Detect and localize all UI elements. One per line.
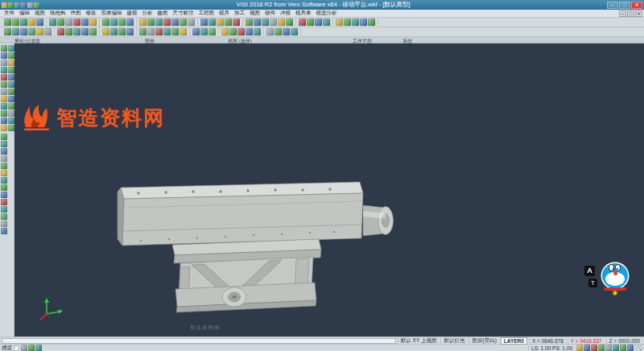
sidebar-tool-icon[interactable] (1, 192, 7, 198)
status-layer-filter-button[interactable]: 图层(空白) (469, 337, 498, 345)
sidebar-tool-icon[interactable] (1, 52, 7, 59)
toolbar-icon[interactable] (139, 19, 147, 26)
toolbar-icon[interactable] (139, 28, 147, 35)
toolbar-icon[interactable] (171, 28, 179, 35)
toolbar-icon[interactable] (336, 19, 343, 26)
toolbar-icon[interactable] (163, 28, 171, 35)
status-icon[interactable] (584, 345, 590, 351)
toolbar-icon[interactable] (217, 19, 224, 26)
toolbar-icon[interactable] (118, 19, 126, 26)
sidebar-tool-icon[interactable] (1, 45, 7, 52)
3d-viewport[interactable]: 智造资料网 智造资料网 A T (14, 43, 644, 337)
close-button[interactable]: ✕ (631, 2, 642, 9)
toolbar-icon[interactable] (110, 19, 118, 26)
status-icon[interactable] (605, 345, 612, 351)
sidebar-tool-icon[interactable] (8, 45, 14, 52)
sidebar-tool-icon[interactable] (1, 67, 7, 73)
sidebar-tool-icon[interactable] (1, 155, 7, 162)
toolbar-icon[interactable] (299, 19, 306, 26)
toolbar-icon[interactable] (180, 28, 187, 35)
toolbar-icon[interactable] (20, 28, 27, 35)
toolbar-icon[interactable] (278, 19, 285, 26)
toolbar-icon[interactable] (163, 19, 171, 26)
sidebar-tool-icon[interactable] (8, 96, 14, 102)
toolbar-icon[interactable] (254, 28, 261, 35)
toolbar-icon[interactable] (315, 19, 322, 26)
menu-item[interactable]: 作图 (68, 10, 84, 17)
toolbar-icon[interactable] (49, 19, 56, 26)
menu-item[interactable]: 视图 (247, 10, 262, 17)
status-icon[interactable] (591, 345, 597, 351)
toolbar-icon[interactable] (4, 19, 11, 26)
toolbar-icon[interactable] (192, 28, 200, 35)
status-light-button[interactable]: 默认灯光 (440, 337, 467, 345)
toolbar-icon[interactable] (4, 28, 11, 35)
sidebar-tool-icon[interactable] (1, 60, 7, 66)
toolbar-icon[interactable] (200, 28, 208, 35)
menu-item[interactable]: 线框构 (47, 10, 68, 17)
toolbar-icon[interactable] (65, 28, 72, 35)
sidebar-tool-icon[interactable] (8, 118, 14, 124)
toolbar-icon[interactable] (180, 19, 187, 26)
sidebar-tool-icon[interactable] (8, 74, 14, 81)
status-current-layer[interactable]: LAYER0 (501, 337, 527, 345)
toolbar-icon[interactable] (20, 19, 27, 26)
sidebar-tool-icon[interactable] (1, 74, 7, 81)
status-view-button[interactable]: 默认 XY 上视图 (398, 337, 440, 345)
toolbar-icon[interactable] (200, 19, 208, 26)
toolbar-icon[interactable] (254, 19, 261, 26)
sidebar-tool-icon[interactable] (1, 199, 7, 205)
menu-item[interactable]: 镶件 (262, 10, 278, 17)
toolbar-icon[interactable] (188, 19, 195, 26)
toolbar-icon[interactable] (352, 19, 359, 26)
toolbar-icon[interactable] (266, 28, 274, 35)
snap-checkbox[interactable] (14, 345, 19, 351)
child-close-button[interactable]: ✕ (635, 10, 642, 17)
toolbar-icon[interactable] (89, 19, 97, 26)
sidebar-tool-icon[interactable] (1, 206, 7, 213)
toolbar-icon[interactable] (246, 28, 253, 35)
sidebar-tool-icon[interactable] (8, 110, 14, 117)
toolbar-icon[interactable] (283, 28, 290, 35)
menu-item[interactable]: 编辑 (17, 10, 32, 17)
toolbar-icon[interactable] (126, 19, 134, 26)
toolbar-icon[interactable] (110, 28, 118, 35)
sidebar-tool-icon[interactable] (1, 96, 7, 102)
toolbar-icon[interactable] (147, 28, 155, 35)
toolbar-icon[interactable] (155, 19, 163, 26)
toolbar-icon[interactable] (275, 28, 282, 35)
sidebar-tool-icon[interactable] (1, 184, 7, 191)
sidebar-tool-icon[interactable] (8, 103, 14, 109)
toolbar-icon[interactable] (102, 19, 109, 26)
sidebar-tool-icon[interactable] (8, 67, 14, 73)
toolbar-icon[interactable] (291, 28, 298, 35)
toolbar-icon[interactable] (208, 28, 216, 35)
menu-item[interactable]: 工程图 (196, 10, 217, 17)
toolbar-icon[interactable] (229, 28, 237, 35)
toolbar-icon[interactable] (246, 19, 253, 26)
toolbar-icon[interactable] (36, 19, 43, 26)
toolbar-icon[interactable] (233, 19, 240, 26)
sidebar-tool-icon[interactable] (8, 89, 14, 95)
menu-item[interactable]: 文件 (2, 10, 17, 17)
menu-item[interactable]: 模具 (217, 10, 232, 17)
toolbar-icon[interactable] (208, 19, 216, 26)
toolbar-icon[interactable] (36, 28, 43, 35)
menu-item[interactable]: 冲模 (278, 10, 293, 17)
toolbar-icon[interactable] (81, 28, 89, 35)
sidebar-tool-icon[interactable] (1, 89, 7, 95)
toolbar-icon[interactable] (118, 28, 126, 35)
sidebar-tool-icon[interactable] (8, 60, 14, 66)
status-icon[interactable] (35, 345, 42, 351)
sidebar-tool-icon[interactable] (1, 103, 7, 109)
toolbar-icon[interactable] (12, 19, 19, 26)
quick-access-icon[interactable] (8, 2, 14, 8)
toolbar-icon[interactable] (368, 19, 375, 26)
toolbar-icon[interactable] (323, 19, 330, 26)
quick-access-icon[interactable] (34, 2, 39, 8)
toolbar-icon[interactable] (225, 19, 232, 26)
status-icon[interactable] (613, 345, 619, 351)
toolbar-icon[interactable] (73, 28, 80, 35)
toolbar-icon[interactable] (28, 28, 35, 35)
toolbar-icon[interactable] (12, 28, 19, 35)
